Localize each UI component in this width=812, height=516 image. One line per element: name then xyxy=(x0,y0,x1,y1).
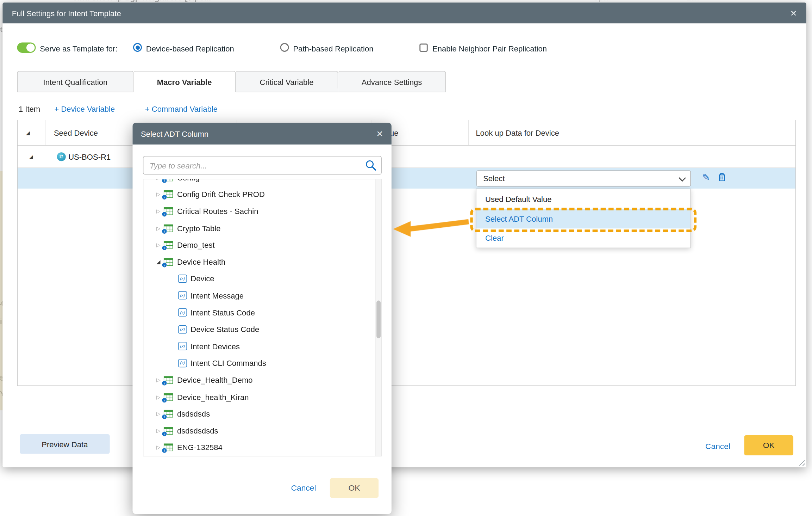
tree-item[interactable]: i Device xyxy=(143,270,376,287)
tree-item[interactable]: i Device_health_Kiran xyxy=(143,388,376,405)
tree-item-label: Config xyxy=(177,179,200,182)
info-badge-icon: i xyxy=(162,211,167,217)
tree-item-label: Config Drift Check PROD xyxy=(177,190,265,199)
tree-item-label: dsdsdsdsds xyxy=(177,426,218,435)
seed-device-name: US-BOS-R1 xyxy=(68,152,111,161)
scrollbar-track[interactable] xyxy=(375,179,381,456)
adt-tree: i Config i Config Drift Check PROD xyxy=(143,179,376,456)
info-badge-icon: i xyxy=(162,380,167,386)
tree-item[interactable]: i dsdsdsds xyxy=(143,405,376,422)
tree-item-label: Demo_test xyxy=(177,240,215,249)
modal-titlebar: Full Settings for Intent Template ✕ xyxy=(2,2,806,23)
close-icon[interactable]: ✕ xyxy=(790,8,797,18)
tree-item[interactable]: i Config xyxy=(143,179,376,186)
tree-item-label: Critical Routes - Sachin xyxy=(177,207,258,215)
tree-item-label: Crypto Table xyxy=(177,223,220,232)
serve-template-toggle[interactable] xyxy=(17,43,36,53)
device-icon xyxy=(57,152,66,161)
table-header-lookup: Look up Data for Device xyxy=(469,120,795,145)
modal-title: Full Settings for Intent Template xyxy=(12,8,121,17)
info-badge-icon: i xyxy=(162,448,167,453)
tree-item[interactable]: i Intent Message xyxy=(143,287,376,304)
tree-item-label: dsdsdsds xyxy=(177,409,210,418)
tree-item[interactable]: i Demo_test xyxy=(143,236,376,253)
info-badge-icon: i xyxy=(162,245,167,251)
adt-search-input[interactable] xyxy=(143,156,382,174)
tab-advance-settings[interactable]: Advance Settings xyxy=(338,71,446,92)
add-command-variable-link[interactable]: + Command Variable xyxy=(145,105,218,113)
adt-table-icon: i xyxy=(164,410,173,418)
tree-item[interactable]: i ENG-132584 xyxy=(143,439,376,456)
radio-path-based[interactable] xyxy=(280,43,289,52)
checkbox-neighbor-pair[interactable] xyxy=(419,43,428,52)
column-icon xyxy=(178,308,187,317)
scrollbar-thumb[interactable] xyxy=(376,301,381,338)
tree-item-label: Intent Message xyxy=(190,291,244,300)
tree-item[interactable]: i Config Drift Check PROD xyxy=(143,186,376,203)
checkbox-neighbor-pair-label: Enable Neighbor Pair Replication xyxy=(432,44,547,53)
tree-item[interactable]: i Intent Status Code xyxy=(143,304,376,321)
tab-bar: Intent Qualification Macro Variable Crit… xyxy=(17,71,446,92)
adt-table-icon: i xyxy=(164,207,173,215)
tree-item[interactable]: i Crypto Table xyxy=(143,220,376,236)
column-icon xyxy=(178,359,187,367)
item-count: 1 Item xyxy=(19,105,40,113)
tree-item[interactable]: i dsdsdsdsds xyxy=(143,422,376,439)
tree-item-label: Intent CLI Commands xyxy=(190,359,266,368)
tree-item[interactable]: i Device Health xyxy=(143,253,376,270)
ok-button[interactable]: OK xyxy=(744,435,793,455)
tree-item-label: Intent Status Code xyxy=(190,308,255,317)
column-icon xyxy=(178,275,187,283)
tree-item-label: Intent Devices xyxy=(190,342,240,351)
adt-table-icon: i xyxy=(164,179,173,181)
tree-item[interactable]: i Critical Routes - Sachin xyxy=(143,203,376,220)
tree-item[interactable]: i Intent Devices xyxy=(143,338,376,355)
column-icon xyxy=(178,325,187,334)
chevron-down-icon xyxy=(679,174,686,182)
info-badge-icon: i xyxy=(162,414,167,420)
info-badge-icon: i xyxy=(162,397,167,403)
tab-intent-qualification[interactable]: Intent Qualification xyxy=(17,71,134,92)
adt-cancel-button[interactable]: Cancel xyxy=(291,483,316,492)
table-header-expand[interactable]: ◢ xyxy=(18,120,46,145)
info-badge-icon: i xyxy=(162,262,167,268)
tree-item[interactable]: i Device Status Code xyxy=(143,321,376,338)
adt-dialog-titlebar: Select ADT Column ✕ xyxy=(132,123,391,145)
cancel-button[interactable]: Cancel xyxy=(705,442,730,451)
trash-icon-svg xyxy=(718,172,726,182)
lookup-select-value: Select xyxy=(483,174,505,183)
info-badge-icon: i xyxy=(162,228,167,234)
tree-item-label: Device xyxy=(190,274,214,283)
adt-ok-button[interactable]: OK xyxy=(330,478,379,498)
menu-item-select-adt-column[interactable]: Select ADT Column xyxy=(476,209,690,228)
resize-handle[interactable] xyxy=(798,459,805,466)
radio-device-based[interactable] xyxy=(133,43,142,52)
search-icon[interactable] xyxy=(365,160,376,173)
menu-item-clear[interactable]: Clear xyxy=(476,228,690,247)
info-badge-icon: i xyxy=(162,195,167,200)
tree-item[interactable]: i Intent CLI Commands xyxy=(143,355,376,371)
adt-table-icon: i xyxy=(164,376,173,384)
menu-item-used-default-value[interactable]: Used Default Value xyxy=(476,189,690,209)
tab-critical-variable[interactable]: Critical Variable xyxy=(236,71,338,92)
adt-table-icon: i xyxy=(164,241,173,249)
tree-item-label: ENG-132584 xyxy=(177,443,223,452)
preview-data-button[interactable]: Preview Data xyxy=(20,434,110,454)
adt-table-icon: i xyxy=(164,427,173,435)
add-device-variable-link[interactable]: + Device Variable xyxy=(54,105,115,113)
adt-table-icon: i xyxy=(164,258,173,266)
edit-icon[interactable]: ✎ xyxy=(702,172,710,183)
trash-icon[interactable] xyxy=(718,172,726,184)
adt-close-icon[interactable]: ✕ xyxy=(376,129,383,139)
select-adt-column-dialog: Select ADT Column ✕ i xyxy=(132,123,391,514)
info-badge-icon: i xyxy=(162,431,167,437)
expand-all-icon[interactable]: ◢ xyxy=(26,130,30,135)
tree-item-label: Device_health_Kiran xyxy=(177,392,249,401)
tab-macro-variable[interactable]: Macro Variable xyxy=(133,71,236,92)
tree-item-label: Device Health xyxy=(177,257,225,266)
adt-table-icon: i xyxy=(164,444,173,452)
column-icon xyxy=(178,291,187,300)
lookup-select-dropdown[interactable]: Select xyxy=(476,171,691,187)
tree-item[interactable]: i Device_Health_Demo xyxy=(143,371,376,388)
row-expand-icon[interactable]: ◢ xyxy=(29,154,33,159)
